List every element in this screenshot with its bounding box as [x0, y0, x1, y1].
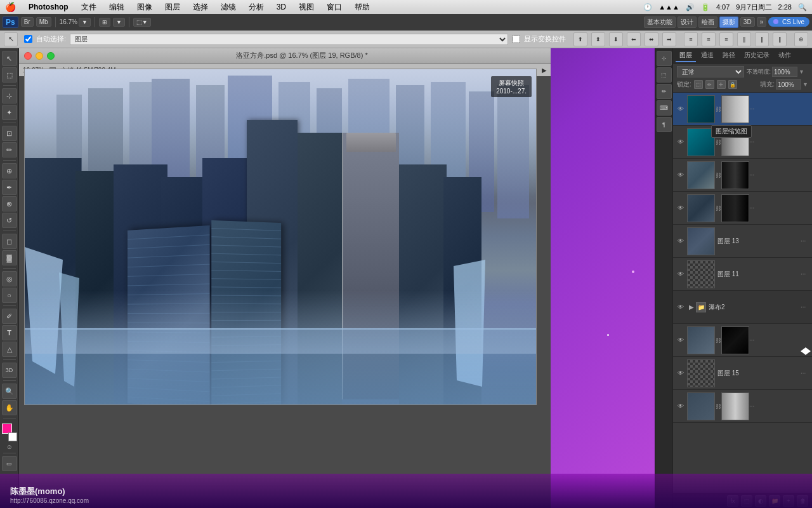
- auto-align-btn[interactable]: ⊕: [794, 32, 808, 46]
- distribute-vcenter-btn[interactable]: ≡: [702, 32, 716, 46]
- transform-checkbox[interactable]: [512, 35, 520, 43]
- layer-item-10[interactable]: 👁 ⛓ ···: [673, 390, 812, 423]
- zoom-dropdown[interactable]: ▼: [79, 18, 91, 27]
- ps-logo-btn[interactable]: Ps: [3, 17, 18, 28]
- layer-item-6[interactable]: 👁 图层 11 ···: [673, 258, 812, 291]
- align-bottom-btn[interactable]: ⬇: [609, 32, 623, 46]
- layer-visibility-6[interactable]: 👁: [676, 269, 686, 279]
- image-canvas[interactable]: [24, 69, 537, 405]
- distribute-hcenter-btn[interactable]: ‖: [755, 32, 769, 46]
- distribute-top-btn[interactable]: ≡: [684, 32, 698, 46]
- mini-tool-1[interactable]: ⊹: [657, 51, 672, 66]
- layer-visibility-10[interactable]: 👁: [676, 401, 686, 411]
- auto-select-dropdown[interactable]: 图层: [70, 34, 508, 45]
- clone-tool[interactable]: ⊗: [2, 196, 17, 211]
- fill-input[interactable]: [776, 79, 801, 90]
- menu-view[interactable]: 视图: [296, 2, 317, 13]
- layer-more-7[interactable]: ···: [801, 304, 809, 311]
- lock-all-btn[interactable]: 🔒: [728, 80, 737, 89]
- menu-image[interactable]: 图像: [134, 2, 155, 13]
- spotlight-icon[interactable]: 🔍: [798, 3, 807, 11]
- mode-photo[interactable]: 摄影: [719, 17, 738, 28]
- layer-item-1[interactable]: 👁 ⛓ ··· 图层缩览图: [673, 93, 812, 126]
- layer-more-4[interactable]: ···: [749, 204, 758, 211]
- more-modes-btn[interactable]: »: [757, 17, 767, 27]
- layer-more-5[interactable]: ···: [801, 237, 809, 244]
- layer-visibility-2[interactable]: 👁: [676, 137, 686, 147]
- color-selector[interactable]: [2, 424, 17, 441]
- maximize-button[interactable]: [47, 52, 55, 60]
- brush-tool[interactable]: ✒: [2, 180, 17, 195]
- zoom-tool[interactable]: 🔍: [2, 384, 17, 399]
- menu-3d[interactable]: 3D: [274, 3, 289, 11]
- layer-more-6[interactable]: ···: [801, 271, 809, 277]
- hand-tool[interactable]: ✋: [2, 400, 17, 415]
- auto-select-checkbox[interactable]: [24, 35, 32, 43]
- arrange-btn[interactable]: ⊞: [99, 18, 110, 27]
- layer-visibility-9[interactable]: 👁: [676, 368, 686, 378]
- layer-item-7[interactable]: 👁 ▶ 📁 瀑布2 ···: [673, 291, 812, 324]
- mini-tool-4[interactable]: ⌨: [657, 100, 672, 116]
- align-vcenter-btn[interactable]: ⬍: [591, 32, 605, 46]
- mini-tool-3[interactable]: ✏: [657, 84, 672, 99]
- mini-tool-5[interactable]: ¶: [657, 117, 672, 132]
- eraser-tool[interactable]: ◻: [2, 234, 17, 249]
- mode-design[interactable]: 设计: [678, 17, 697, 28]
- tab-actions[interactable]: 动作: [775, 50, 795, 62]
- layer-visibility-8[interactable]: 👁: [676, 335, 686, 345]
- layer-visibility-5[interactable]: 👁: [676, 236, 686, 246]
- pen-tool[interactable]: ✐: [2, 309, 17, 324]
- layer-more-8[interactable]: ···: [749, 337, 758, 344]
- mini-bridge-btn[interactable]: Mb: [36, 17, 51, 27]
- menu-window[interactable]: 窗口: [324, 2, 344, 13]
- align-left-btn[interactable]: ⬅: [627, 32, 641, 46]
- layer-item-8[interactable]: 👁 ⛓ ···: [673, 324, 812, 357]
- layer-item-4[interactable]: 👁 ⛓ ···: [673, 192, 812, 225]
- text-tool[interactable]: T: [2, 325, 17, 340]
- fill-dropdown-arrow[interactable]: ▼: [802, 81, 808, 88]
- distribute-bottom-btn[interactable]: ≡: [719, 32, 733, 46]
- layer-visibility-1[interactable]: 👁: [676, 104, 686, 114]
- cs-live-btn[interactable]: CS Live: [768, 17, 809, 27]
- eyedropper-tool[interactable]: ✏: [2, 142, 17, 157]
- menu-help[interactable]: 帮助: [352, 2, 372, 13]
- quick-mask-btn[interactable]: ⊙: [7, 444, 12, 450]
- tab-channels[interactable]: 通道: [697, 50, 717, 62]
- group-expand-icon[interactable]: ▶: [687, 303, 696, 312]
- mode-paint[interactable]: 绘画: [698, 17, 717, 28]
- history-brush-tool[interactable]: ↺: [2, 213, 17, 228]
- gradient-tool[interactable]: ▓: [2, 250, 17, 265]
- layer-more-10[interactable]: ···: [749, 403, 758, 410]
- lasso-tool[interactable]: ⊹: [2, 88, 17, 104]
- document-canvas[interactable]: 屏幕快照 2010-...27. 16.67% ◀ 文档:41.5M/792.4…: [19, 64, 551, 508]
- layer-item-3[interactable]: 👁 ⛓ ···: [673, 159, 812, 192]
- tab-history[interactable]: 历史记录: [740, 50, 773, 62]
- mode-3d[interactable]: 3D: [740, 17, 755, 27]
- blur-tool[interactable]: ◎: [2, 271, 17, 286]
- opacity-dropdown-arrow[interactable]: ▼: [799, 69, 804, 75]
- lock-transparent-btn[interactable]: ⬚: [694, 80, 703, 89]
- healing-tool[interactable]: ⊕: [2, 163, 17, 178]
- lock-brush-btn[interactable]: ✏: [705, 80, 714, 89]
- layer-visibility-4[interactable]: 👁: [676, 203, 686, 213]
- layer-more-3[interactable]: ···: [749, 171, 758, 178]
- arrange-dropdown[interactable]: ▼: [113, 18, 125, 27]
- layer-visibility-7[interactable]: 👁: [676, 302, 686, 312]
- tab-layers[interactable]: 图层: [676, 50, 696, 62]
- layer-item-9[interactable]: 👁 图层 15 ···: [673, 357, 812, 390]
- magic-wand-tool[interactable]: ✦: [2, 105, 17, 120]
- mini-tool-2[interactable]: ⬚: [657, 67, 672, 83]
- mode-basic[interactable]: 基本功能: [644, 17, 676, 28]
- dodge-tool[interactable]: ○: [2, 288, 17, 303]
- lock-position-btn[interactable]: ✛: [717, 80, 726, 89]
- background-color[interactable]: [8, 432, 17, 441]
- layer-more-2[interactable]: ···: [749, 138, 758, 145]
- layer-more-1[interactable]: ···: [749, 105, 758, 112]
- menu-layer[interactable]: 图层: [162, 2, 183, 13]
- apple-menu[interactable]: 🍎: [5, 2, 16, 12]
- menu-edit[interactable]: 编辑: [107, 2, 127, 13]
- layer-visibility-3[interactable]: 👁: [676, 170, 686, 180]
- tab-paths[interactable]: 路径: [719, 50, 739, 62]
- scroll-right-btn[interactable]: ▶: [542, 67, 547, 74]
- layer-item-5[interactable]: 👁 图层 13 ···: [673, 225, 812, 258]
